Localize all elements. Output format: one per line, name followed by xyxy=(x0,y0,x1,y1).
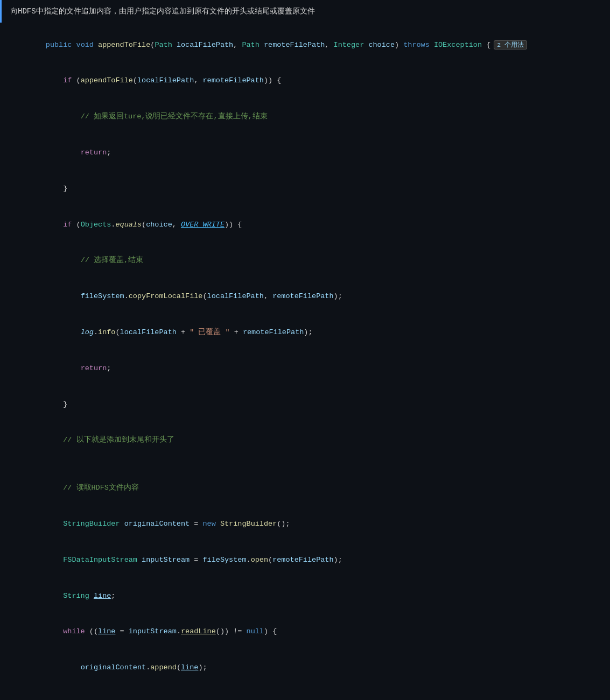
line-if2: if (Objects.equals(choice, OVER_WRITE)) … xyxy=(11,207,599,243)
code-area: public void appendToFile(Path localFileP… xyxy=(0,23,610,700)
line-copy1: fileSystem.copyFromLocalFile(localFilePa… xyxy=(11,279,599,315)
line-if1: if (appendToFile(localFilePath, remoteFi… xyxy=(11,63,599,99)
description-bar: 向HDFS中指定的文件追加内容，由用户指定内容追加到原有文件的开头或结尾或覆盖原… xyxy=(0,0,610,23)
line-append1: originalContent.append(line); xyxy=(11,650,599,686)
line-return2: return; xyxy=(11,351,599,387)
line-log1: log.info(localFilePath + " 已覆盖 " + remot… xyxy=(11,315,599,351)
line-comment3: // 以下就是添加到末尾和开头了 xyxy=(11,422,599,458)
line-brace2: } xyxy=(11,386,599,422)
line-brace3: } xyxy=(11,686,599,700)
code-container: 向HDFS中指定的文件追加内容，由用户指定内容追加到原有文件的开头或结尾或覆盖原… xyxy=(0,0,610,700)
line-comment1: // 如果返回ture,说明已经文件不存在,直接上传,结束 xyxy=(11,99,599,135)
line-sb1: StringBuilder originalContent = new Stri… xyxy=(11,506,599,542)
line-return1: return; xyxy=(11,135,599,171)
line-method-sig: public void appendToFile(Path localFileP… xyxy=(11,27,599,63)
line-brace1: } xyxy=(11,171,599,207)
line-str-line: String line; xyxy=(11,578,599,614)
line-while: while ((line = inputStream.readLine()) !… xyxy=(11,614,599,650)
description-text: 向HDFS中指定的文件追加内容，由用户指定内容追加到原有文件的开头或结尾或覆盖原… xyxy=(10,7,315,16)
line-comment2: // 选择覆盖,结束 xyxy=(11,243,599,279)
line-comment4: // 读取HDFS文件内容 xyxy=(11,470,599,506)
line-stream: FSDataInputStream inputStream = fileSyst… xyxy=(11,542,599,578)
